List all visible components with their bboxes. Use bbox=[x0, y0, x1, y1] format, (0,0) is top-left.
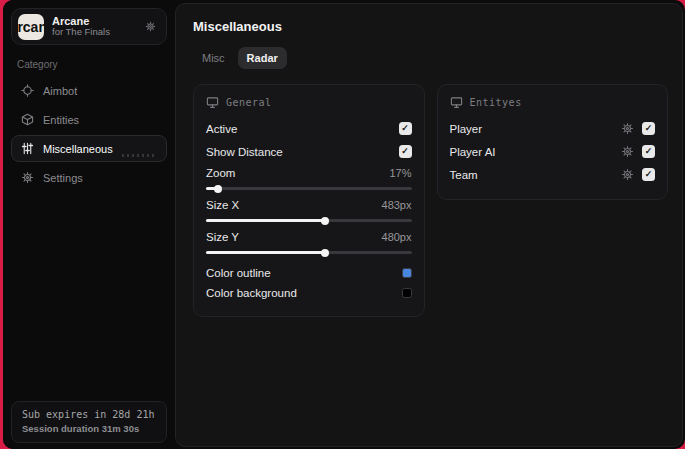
zoom-slider-group: Zoom 17% bbox=[206, 167, 412, 190]
panels-row: General Active ✓ Show Distance ✓ bbox=[193, 84, 668, 317]
sidebar-item-settings[interactable]: Settings bbox=[11, 164, 167, 191]
tab-radar[interactable]: Radar bbox=[238, 47, 287, 69]
size-x-slider[interactable] bbox=[206, 219, 412, 222]
sidebar-item-entities[interactable]: Entities bbox=[11, 106, 167, 133]
page-title: Miscellaneous bbox=[193, 19, 668, 34]
settings-gear-icon[interactable] bbox=[145, 21, 156, 32]
size-x-slider-group: Size X 483px bbox=[206, 199, 412, 222]
slider-thumb[interactable] bbox=[214, 185, 222, 193]
color-background-row: Color background bbox=[206, 283, 412, 303]
session-duration-text: Session duration 31m 30s bbox=[22, 423, 156, 434]
sidebar-item-miscellaneous[interactable]: Miscellaneous bbox=[11, 135, 167, 162]
app-logo: Arcane bbox=[18, 14, 44, 40]
app-subtitle: for The Finals bbox=[52, 27, 110, 38]
color-label: Color background bbox=[206, 287, 297, 299]
active-checkbox[interactable]: ✓ bbox=[399, 122, 412, 135]
sliders-icon bbox=[21, 142, 34, 155]
entity-row-team: Team ✓ bbox=[450, 163, 656, 186]
slider-thumb[interactable] bbox=[321, 249, 329, 257]
zoom-slider[interactable] bbox=[206, 187, 412, 190]
general-panel: General Active ✓ Show Distance ✓ bbox=[193, 84, 425, 317]
player-checkbox[interactable]: ✓ bbox=[642, 122, 655, 135]
slider-value: 483px bbox=[382, 199, 412, 211]
check-icon: ✓ bbox=[645, 147, 653, 156]
sidebar: Arcane Arcane for The Finals Category bbox=[3, 0, 175, 449]
toggle-row-active: Active ✓ bbox=[206, 117, 412, 140]
entity-gear-icon[interactable] bbox=[621, 122, 634, 135]
main-content: Miscellaneous Misc Radar General bbox=[175, 3, 683, 447]
check-icon: ✓ bbox=[401, 124, 409, 133]
entities-panel-title: Entityes bbox=[470, 97, 522, 108]
color-outline-swatch[interactable] bbox=[402, 268, 412, 278]
app-logo-card: Arcane Arcane for The Finals bbox=[11, 8, 167, 45]
check-icon: ✓ bbox=[401, 147, 409, 156]
menu-dots-decoration bbox=[122, 154, 156, 157]
sidebar-item-label: Entities bbox=[43, 114, 79, 126]
slider-value: 480px bbox=[382, 231, 412, 243]
subscription-status-card: Sub expires in 28d 21h Session duration … bbox=[11, 401, 167, 443]
toggle-row-show-distance: Show Distance ✓ bbox=[206, 140, 412, 163]
gear-icon bbox=[21, 171, 34, 184]
show-distance-checkbox[interactable]: ✓ bbox=[399, 145, 412, 158]
entity-row-player-ai: Player AI ✓ bbox=[450, 140, 656, 163]
app-window: Arcane Arcane for The Finals Category bbox=[3, 0, 685, 449]
player-ai-checkbox[interactable]: ✓ bbox=[642, 145, 655, 158]
general-panel-header: General bbox=[206, 96, 412, 109]
slider-label: Size Y bbox=[206, 231, 239, 243]
entity-label: Player AI bbox=[450, 146, 496, 158]
toggle-label: Show Distance bbox=[206, 146, 283, 158]
color-outline-row: Color outline bbox=[206, 263, 412, 283]
tab-misc[interactable]: Misc bbox=[193, 47, 234, 69]
entities-panel: Entityes Player ✓ bbox=[437, 84, 669, 200]
category-label: Category bbox=[17, 59, 161, 70]
size-y-slider-group: Size Y 480px bbox=[206, 231, 412, 254]
size-y-slider[interactable] bbox=[206, 251, 412, 254]
general-panel-title: General bbox=[226, 97, 272, 108]
crosshair-icon bbox=[21, 84, 34, 97]
check-icon: ✓ bbox=[645, 170, 653, 179]
entities-panel-header: Entityes bbox=[450, 96, 656, 109]
entity-label: Team bbox=[450, 169, 478, 181]
toggle-label: Active bbox=[206, 123, 237, 135]
entity-label: Player bbox=[450, 123, 483, 135]
team-checkbox[interactable]: ✓ bbox=[642, 168, 655, 181]
sidebar-item-label: Settings bbox=[43, 172, 83, 184]
slider-thumb[interactable] bbox=[321, 217, 329, 225]
color-background-swatch[interactable] bbox=[402, 288, 412, 298]
check-icon: ✓ bbox=[645, 124, 653, 133]
sidebar-item-label: Aimbot bbox=[43, 85, 77, 97]
slider-label: Size X bbox=[206, 199, 239, 211]
slider-value: 17% bbox=[389, 167, 411, 179]
sub-expires-text: Sub expires in 28d 21h bbox=[22, 409, 156, 420]
color-label: Color outline bbox=[206, 267, 271, 279]
monitor-icon bbox=[206, 96, 219, 109]
slider-label: Zoom bbox=[206, 167, 235, 179]
tab-bar: Misc Radar bbox=[193, 47, 668, 69]
sidebar-item-aimbot[interactable]: Aimbot bbox=[11, 77, 167, 104]
entity-gear-icon[interactable] bbox=[621, 168, 634, 181]
sidebar-menu: Aimbot Entities Miscel bbox=[3, 77, 175, 191]
app-title-block: Arcane for The Finals bbox=[52, 15, 110, 39]
box-icon bbox=[21, 113, 34, 126]
entity-gear-icon[interactable] bbox=[621, 145, 634, 158]
sidebar-item-label: Miscellaneous bbox=[43, 143, 113, 155]
entity-row-player: Player ✓ bbox=[450, 117, 656, 140]
monitor-icon bbox=[450, 96, 463, 109]
